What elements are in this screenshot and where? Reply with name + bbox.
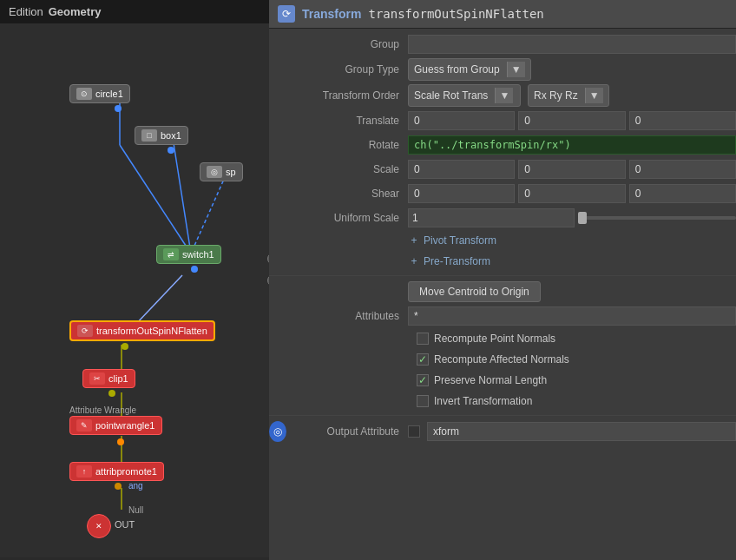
node-output-dot-switch1: [191, 266, 198, 273]
transform-order-label: Transform Order: [269, 89, 408, 102]
node-switch1[interactable]: ⇌ switch1: [156, 245, 221, 264]
uniform-scale-row: Uniform Scale: [269, 206, 736, 230]
translate-row: Translate: [269, 109, 736, 133]
node-box-switch1[interactable]: ⇌ switch1: [156, 245, 221, 264]
rotate-row: Rotate ch("../transformSpin/rx"): [269, 133, 736, 157]
node-label-box1: box1: [161, 130, 181, 141]
transform-order-dropdown2[interactable]: Rx Ry Rz ▼: [528, 84, 609, 107]
translate-input[interactable]: [408, 111, 515, 130]
scale-label: Scale: [269, 163, 408, 175]
group-input[interactable]: [408, 35, 736, 54]
translate-input3[interactable]: [629, 111, 736, 130]
node-box-attribpromote1[interactable]: ↑ attribpromote1: [69, 462, 164, 481]
translate-input2[interactable]: [518, 111, 625, 130]
node-output-dot-box1: [168, 147, 174, 154]
recompute-affected-check-icon: ✓: [418, 354, 427, 365]
rotate-expression[interactable]: ch("../transformSpin/rx"): [408, 135, 736, 155]
pivot-expand-icon[interactable]: +: [267, 253, 269, 265]
pretransform-expand-icon[interactable]: +: [267, 274, 269, 287]
attributes-row: Attributes: [269, 304, 736, 328]
group-type-dropdown[interactable]: Guess from Group ▼: [408, 58, 531, 81]
scale-control: [408, 160, 736, 179]
transform-order-control: Scale Rot Trans ▼ Rx Ry Rz ▼: [408, 84, 736, 107]
rotate-label: Rotate: [269, 139, 408, 151]
node-box-out[interactable]: ✕: [87, 514, 111, 538]
invert-transformation-checkbox[interactable]: [417, 395, 429, 407]
pre-transform-section[interactable]: + Pre-Transform: [269, 251, 736, 272]
node-type-label: Transform: [302, 7, 361, 21]
uniform-scale-slider-container: [408, 208, 736, 227]
node-box-transform[interactable]: ⟳ transformOutSpinNFlatten: [69, 320, 215, 341]
shear-input2[interactable]: [518, 184, 625, 203]
pivot-expand[interactable]: +: [408, 234, 420, 247]
node-box1[interactable]: □ box1: [135, 126, 188, 145]
node-box-box1[interactable]: □ box1: [135, 126, 188, 145]
divider1: [269, 275, 736, 276]
node-out[interactable]: ✕ OUT: [87, 514, 111, 538]
node-circle1[interactable]: ⊙ circle1: [69, 84, 130, 103]
group-row: Group: [269, 32, 736, 56]
pretransform-expand[interactable]: +: [408, 255, 420, 267]
pivot-transform-section[interactable]: + Pivot Transform: [269, 230, 736, 251]
node-attribpromote1[interactable]: ↑ attribpromote1: [69, 462, 164, 481]
recompute-affected-normals-row: ✓ Recompute Affected Normals: [417, 349, 736, 370]
node-sphere1[interactable]: ◎ sp: [200, 162, 243, 181]
node-label-out: ✕: [95, 522, 102, 530]
node-box-clip1[interactable]: ✂ clip1: [82, 369, 135, 388]
output-attr-input[interactable]: [427, 422, 736, 441]
uniform-scale-thumb[interactable]: [578, 212, 587, 224]
scale-input3[interactable]: [629, 160, 736, 179]
node-label-circle1: circle1: [95, 89, 123, 99]
uniform-scale-track[interactable]: [578, 216, 736, 220]
scale-input1[interactable]: [408, 160, 515, 179]
node-transform[interactable]: ⟳ transformOutSpinNFlatten: [69, 320, 215, 341]
translate-label: Translate: [269, 115, 408, 127]
shear-control: [408, 184, 736, 203]
output-attr-spacer: ◎: [269, 421, 286, 442]
move-centroid-row: Move Centroid to Origin: [269, 280, 736, 304]
group-label: Group: [269, 38, 408, 50]
pretransform-label: Pre-Transform: [424, 255, 490, 267]
node-icon-transform: ⟳: [77, 325, 93, 337]
node-box-sphere1[interactable]: ◎ sp: [200, 162, 243, 181]
subtitle: Edition: [9, 5, 43, 18]
group-type-value: Guess from Group: [414, 63, 500, 76]
preserve-normal-length-row: ✓ Preserve Normal Length: [417, 370, 736, 391]
node-clip1[interactable]: ✂ clip1: [82, 369, 135, 388]
node-icon-switch1: ⇌: [163, 248, 179, 260]
shear-input1[interactable]: [408, 184, 515, 203]
group-type-control: Guess from Group ▼: [408, 58, 736, 81]
preserve-normal-length-checkbox[interactable]: ✓: [417, 374, 429, 386]
node-box-pointwrangle1[interactable]: ✎ pointwrangle1: [69, 416, 162, 435]
node-icon-sphere1: ◎: [207, 166, 222, 178]
shear-input3[interactable]: [629, 184, 736, 203]
group-type-row: Group Type Guess from Group ▼: [269, 56, 736, 82]
node-icon-circle1: ⊙: [76, 88, 92, 100]
output-attr-circle[interactable]: ◎: [269, 421, 286, 442]
uniform-scale-input[interactable]: [408, 208, 575, 227]
null-label-text: Null: [128, 505, 143, 515]
svg-line-3: [191, 175, 226, 254]
node-name-label: transformOutSpinNFlatten: [368, 7, 543, 21]
properties-panel: ⟳ Transform transformOutSpinNFlatten Gro…: [269, 0, 736, 560]
transform-order-dropdown1[interactable]: Scale Rot Trans ▼: [408, 84, 521, 107]
node-output-dot-circle1: [115, 105, 122, 112]
svg-line-1: [120, 145, 191, 254]
attributes-input[interactable]: [408, 306, 736, 326]
move-centroid-button[interactable]: Move Centroid to Origin: [408, 281, 541, 302]
recompute-affected-normals-checkbox[interactable]: ✓: [417, 353, 429, 366]
transform-order-arrow1[interactable]: ▼: [495, 88, 513, 103]
group-type-arrow[interactable]: ▼: [507, 62, 525, 77]
transform-order-arrow2[interactable]: ▼: [585, 88, 603, 103]
recompute-point-normals-checkbox[interactable]: [417, 333, 429, 345]
node-box-circle1[interactable]: ⊙ circle1: [69, 84, 130, 103]
properties-form: Group Group Type Guess from Group ▼ Tran…: [269, 29, 736, 560]
invert-transformation-row: Invert Transformation: [417, 391, 736, 412]
node-pointwrangle1[interactable]: ✎ pointwrangle1: [69, 416, 162, 435]
output-attr-checkbox[interactable]: [408, 425, 420, 438]
output-attribute-label: Output Attribute: [286, 425, 408, 438]
scale-input2[interactable]: [518, 160, 625, 179]
rotate-control: ch("../transformSpin/rx"): [408, 135, 736, 155]
transform-order-row: Transform Order Scale Rot Trans ▼ Rx Ry …: [269, 82, 736, 109]
node-graph[interactable]: ⊙ circle1 □ box1 ◎ sp ⇌ switch1: [0, 23, 269, 557]
